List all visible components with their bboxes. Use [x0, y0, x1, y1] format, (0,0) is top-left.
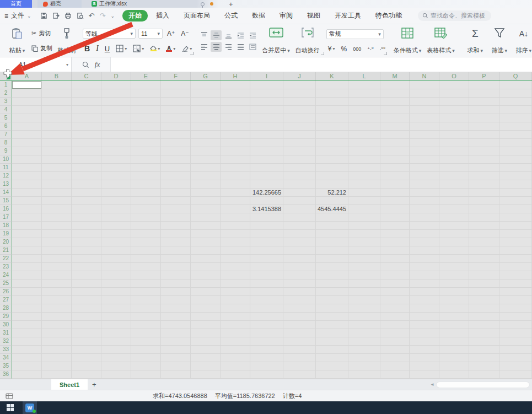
align-left-button[interactable]	[198, 42, 209, 52]
cell-M33[interactable]	[380, 346, 410, 354]
sort-button[interactable]: A↓ 排序▾	[513, 26, 532, 56]
cell-P14[interactable]	[469, 189, 499, 197]
cell-G11[interactable]	[191, 164, 221, 172]
cell-D15[interactable]	[101, 197, 131, 205]
cell-H28[interactable]	[221, 304, 250, 313]
cell-L31[interactable]	[348, 329, 380, 337]
row-header-29[interactable]: 29	[0, 313, 12, 321]
cell-J23[interactable]	[283, 263, 316, 271]
sum-button[interactable]: Σ 求和▾	[464, 26, 486, 56]
cell-shading-button[interactable]: ▾	[131, 45, 146, 52]
cell-P24[interactable]	[469, 271, 499, 279]
cell-P33[interactable]	[469, 346, 499, 354]
cell-C14[interactable]	[72, 189, 101, 197]
fill-color-button[interactable]: ▾	[148, 46, 162, 51]
cell-O4[interactable]	[439, 106, 469, 114]
column-header-L[interactable]: L	[348, 72, 380, 80]
cell-L32[interactable]	[348, 337, 380, 346]
cell-K6[interactable]	[316, 122, 348, 131]
cell-C17[interactable]	[72, 213, 101, 222]
cell-A20[interactable]	[12, 238, 42, 246]
menu-tab-视图[interactable]: 视图	[301, 10, 326, 21]
cell-B24[interactable]	[42, 271, 72, 279]
cell-E19[interactable]	[131, 230, 161, 238]
cell-D26[interactable]	[101, 288, 131, 296]
cell-I28[interactable]	[250, 304, 283, 313]
cell-O35[interactable]	[439, 362, 469, 370]
cell-E33[interactable]	[131, 346, 161, 354]
cell-P30[interactable]	[469, 321, 499, 329]
cell-M29[interactable]	[380, 313, 410, 321]
cell-O3[interactable]	[439, 98, 469, 106]
cell-M14[interactable]	[380, 189, 410, 197]
cell-N26[interactable]	[410, 288, 439, 296]
cell-P18[interactable]	[469, 222, 499, 230]
align-top-button[interactable]	[198, 30, 209, 40]
cell-M31[interactable]	[380, 329, 410, 337]
cell-G28[interactable]	[191, 304, 221, 313]
cell-I32[interactable]	[250, 337, 283, 346]
cell-P11[interactable]	[469, 164, 499, 172]
cell-P32[interactable]	[469, 337, 499, 346]
cell-O34[interactable]	[439, 354, 469, 362]
cell-O27[interactable]	[439, 296, 469, 304]
cell-C18[interactable]	[72, 222, 101, 230]
cell-J14[interactable]	[283, 189, 316, 197]
cell-C13[interactable]	[72, 180, 101, 189]
cell-B31[interactable]	[42, 329, 72, 337]
cell-L15[interactable]	[348, 197, 380, 205]
cell-H14[interactable]	[221, 189, 250, 197]
cell-F14[interactable]	[161, 189, 191, 197]
menu-tab-开始[interactable]: 开始	[122, 10, 148, 21]
cell-O12[interactable]	[439, 172, 469, 180]
cell-D13[interactable]	[101, 180, 131, 189]
cell-F24[interactable]	[161, 271, 191, 279]
cell-H21[interactable]	[221, 246, 250, 255]
cell-B29[interactable]	[42, 313, 72, 321]
cell-N22[interactable]	[410, 255, 439, 263]
cell-A33[interactable]	[12, 346, 42, 354]
cell-D9[interactable]	[101, 147, 131, 155]
row-header-2[interactable]: 2	[0, 89, 12, 98]
cell-M30[interactable]	[380, 321, 410, 329]
cell-J31[interactable]	[283, 329, 316, 337]
scroll-left-icon[interactable]: ◄	[430, 382, 434, 387]
cell-C5[interactable]	[72, 114, 101, 122]
cell-H24[interactable]	[221, 271, 250, 279]
horizontal-scrollbar[interactable]: ◄	[430, 379, 532, 390]
justify-button[interactable]	[235, 42, 246, 52]
cell-O7[interactable]	[439, 131, 469, 139]
cell-Q26[interactable]	[499, 288, 532, 296]
cell-A16[interactable]	[12, 205, 42, 213]
cell-A21[interactable]	[12, 246, 42, 255]
cell-E9[interactable]	[131, 147, 161, 155]
cell-C2[interactable]	[72, 89, 101, 98]
cell-Q16[interactable]	[499, 205, 532, 213]
cell-D8[interactable]	[101, 139, 131, 147]
wrap-text-button[interactable]: 自动换行	[294, 26, 321, 56]
cell-E21[interactable]	[131, 246, 161, 255]
cell-M17[interactable]	[380, 213, 410, 222]
cell-K21[interactable]	[316, 246, 348, 255]
cell-P25[interactable]	[469, 279, 499, 288]
currency-button[interactable]: ¥▾	[326, 45, 337, 53]
cell-A19[interactable]	[12, 230, 42, 238]
cell-J27[interactable]	[283, 296, 316, 304]
row-header-18[interactable]: 18	[0, 222, 12, 230]
cell-F15[interactable]	[161, 197, 191, 205]
cell-M27[interactable]	[380, 296, 410, 304]
cell-D18[interactable]	[101, 222, 131, 230]
cell-C22[interactable]	[72, 255, 101, 263]
cell-J34[interactable]	[283, 354, 316, 362]
align-bottom-button[interactable]	[223, 30, 234, 40]
cell-O26[interactable]	[439, 288, 469, 296]
cell-B3[interactable]	[42, 98, 72, 106]
cell-E22[interactable]	[131, 255, 161, 263]
menu-tab-审阅[interactable]: 审阅	[273, 10, 299, 21]
cell-G26[interactable]	[191, 288, 221, 296]
cell-I3[interactable]	[250, 98, 283, 106]
cell-G14[interactable]	[191, 189, 221, 197]
row-header-36[interactable]: 36	[0, 370, 12, 379]
cell-Q17[interactable]	[499, 213, 532, 222]
cell-N3[interactable]	[410, 98, 439, 106]
